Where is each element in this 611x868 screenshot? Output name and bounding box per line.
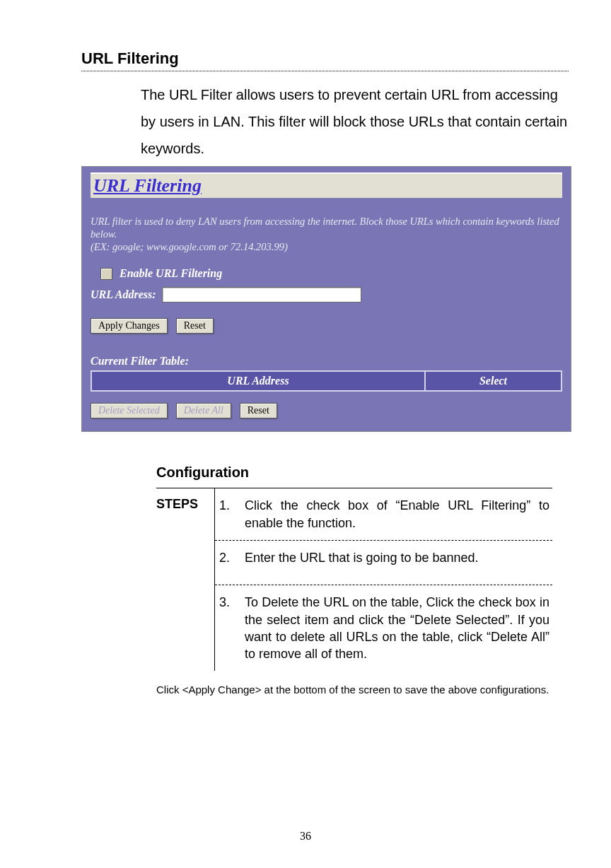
bottom-button-row: Delete Selected Delete All Reset: [91, 403, 562, 418]
document-page: URL Filtering The URL Filter allows user…: [0, 0, 611, 868]
panel-description: URL filter is used to deny LAN users fro…: [91, 215, 562, 253]
step-number: 2.: [219, 549, 245, 566]
step-text: Enter the URL that is going to be banned…: [245, 549, 549, 566]
delete-selected-button[interactable]: Delete Selected: [91, 403, 168, 418]
url-address-row: URL Address:: [91, 287, 562, 303]
url-address-label: URL Address:: [91, 288, 156, 301]
filter-table-title: Current Filter Table:: [91, 355, 562, 368]
steps-label: STEPS: [156, 488, 215, 671]
panel-title: URL Filtering: [91, 172, 562, 198]
step-text: To Delete the URL on the table, Click th…: [245, 594, 549, 662]
steps-table: STEPS 1. Click the check box of “Enable …: [156, 488, 552, 671]
enable-row: Enable URL Filtering: [100, 267, 562, 280]
delete-all-button[interactable]: Delete All: [176, 403, 231, 418]
router-ui-screenshot: URL Filtering URL filter is used to deny…: [81, 166, 571, 432]
step-row: 3. To Delete the URL on the table, Click…: [215, 585, 552, 671]
apply-changes-button[interactable]: Apply Changes: [91, 318, 168, 334]
filter-table: URL Address Select: [91, 370, 562, 392]
filter-table-header-select: Select: [426, 372, 561, 390]
enable-url-filtering-label: Enable URL Filtering: [120, 267, 222, 280]
footnote: Click <Apply Change> at the bottom of th…: [156, 684, 569, 696]
step-row: 1. Click the check box of “Enable URL Fi…: [215, 488, 552, 540]
configuration-heading: Configuration: [156, 464, 569, 481]
panel-example-text: (EX: google; www.google.com or 72.14.203…: [91, 241, 288, 252]
step-text: Click the check box of “Enable URL Filte…: [245, 497, 549, 532]
step-number: 1.: [219, 497, 245, 532]
step-row: 2. Enter the URL that is going to be ban…: [215, 541, 552, 585]
step-number: 3.: [219, 594, 245, 662]
panel-description-text: URL filter is used to deny LAN users fro…: [91, 216, 559, 240]
section-title: URL Filtering: [81, 49, 569, 68]
url-address-input[interactable]: [162, 287, 361, 303]
intro-paragraph: The URL Filter allows users to prevent c…: [141, 81, 569, 162]
top-button-row: Apply Changes Reset: [91, 318, 562, 334]
section-rule: [81, 71, 569, 71]
page-number: 36: [0, 830, 611, 843]
reset-button[interactable]: Reset: [176, 318, 214, 334]
filter-table-header-address: URL Address: [92, 372, 426, 390]
steps-list: 1. Click the check box of “Enable URL Fi…: [215, 488, 552, 671]
reset-button-2[interactable]: Reset: [240, 403, 277, 418]
enable-url-filtering-checkbox[interactable]: [100, 268, 112, 280]
